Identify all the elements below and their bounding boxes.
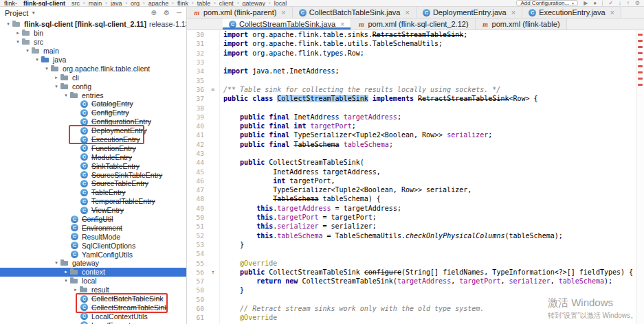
expand-arrow-icon[interactable]: ▾ bbox=[33, 57, 41, 62]
tree-item-localexecutor[interactable]: CLocalExecutor bbox=[0, 321, 186, 324]
tree-item-resultmode[interactable]: CResultMode bbox=[0, 232, 186, 241]
hide-panel-icon[interactable]: ─ bbox=[177, 8, 181, 19]
close-tab-icon[interactable]: × bbox=[340, 21, 344, 28]
tree-item-catalogentry[interactable]: CCatalogEntry bbox=[0, 100, 186, 108]
tree-item-main[interactable]: ▾main bbox=[0, 47, 186, 56]
code-line[interactable]: 52 this.tableSchema = TableSchemaUtils.c… bbox=[187, 231, 644, 240]
tree-item-localcontextutils[interactable]: CLocalContextUtils bbox=[0, 312, 186, 321]
code-line[interactable]: 56↑ public CollectStreamTableSink config… bbox=[187, 268, 644, 277]
doc-toggle-icon[interactable]: ≡ bbox=[208, 86, 219, 93]
tree-item-configurationentry[interactable]: CConfigurationEntry bbox=[0, 117, 186, 126]
locate-file-icon[interactable]: ⊕ bbox=[151, 8, 157, 19]
tab-deploymententry-java[interactable]: CDeploymentEntry.java× bbox=[417, 7, 522, 18]
tree-item-cli[interactable]: ▸cli bbox=[0, 73, 186, 82]
commit-icon[interactable]: ✓ bbox=[608, 0, 613, 7]
error-mark[interactable] bbox=[638, 58, 643, 60]
tree-item-result[interactable]: ▸result bbox=[0, 286, 186, 294]
breadcrumb-item-apache[interactable]: apache bbox=[148, 0, 169, 7]
code-line[interactable]: 31import org.apache.flink.table.utils.Ta… bbox=[187, 39, 644, 48]
code-line[interactable]: 50 this.targetPort = targetPort; bbox=[187, 213, 644, 222]
expand-arrow-icon[interactable]: ▸ bbox=[14, 30, 22, 36]
code-line[interactable]: 46 int targetPort, bbox=[187, 176, 644, 185]
tree-item-gateway[interactable]: ▾gateway bbox=[0, 259, 186, 268]
tree-item-bin[interactable]: ▸bin bbox=[0, 29, 186, 38]
code-line[interactable]: 55 @Override bbox=[187, 258, 644, 267]
code-line[interactable]: 37public class CollectStreamTableSink im… bbox=[187, 94, 644, 103]
panel-settings-icon[interactable]: ⚙ bbox=[164, 8, 170, 19]
tab-pom-xml-flink-sql-client-2-12[interactable]: mpom.xml (flink-sql-client_2.12) bbox=[351, 19, 475, 30]
breadcrumb-item-table[interactable]: table bbox=[197, 0, 211, 7]
code-line[interactable]: 58 } bbox=[187, 286, 644, 294]
tree-item-sqlclientoptions[interactable]: CSqlClientOptions bbox=[0, 241, 186, 250]
tab-pom-xml-flink-parent[interactable]: mpom.xml (flink-parent)× bbox=[187, 7, 293, 18]
code-line[interactable]: 35 bbox=[187, 76, 644, 84]
error-mark[interactable] bbox=[638, 65, 643, 67]
breadcrumb-item-main[interactable]: main bbox=[89, 0, 102, 7]
code-line[interactable]: 49 this.targetAddress = targetAddress; bbox=[187, 204, 644, 213]
error-mark[interactable] bbox=[638, 78, 643, 80]
code-line[interactable]: 44 public CollectStreamTableSink( bbox=[187, 158, 644, 167]
error-mark[interactable] bbox=[638, 84, 643, 86]
code-line[interactable]: 48 TableSchema tableSchema) { bbox=[187, 194, 644, 203]
tree-item-collectbatchtablesink[interactable]: CCollectBatchTableSink bbox=[0, 294, 186, 303]
tree-item-executionentry[interactable]: CExecutionEntry bbox=[0, 135, 186, 144]
tree-item-viewentry[interactable]: CViewEntry bbox=[0, 206, 186, 215]
code-line[interactable]: 45 InetAddress targetAddress, bbox=[187, 167, 644, 176]
tree-item-yamlconfigutils[interactable]: CYamlConfigUtils bbox=[0, 250, 186, 259]
code-line[interactable]: 53 } bbox=[187, 240, 644, 249]
tree-item-sinktableentry[interactable]: CSinkTableEntry bbox=[0, 161, 186, 170]
tree-item-config[interactable]: ▾config bbox=[0, 82, 186, 91]
code-line[interactable]: 30import org.apache.flink.table.sinks.Re… bbox=[187, 30, 644, 39]
expand-arrow-icon[interactable]: ▾ bbox=[23, 48, 32, 54]
expand-arrow-icon[interactable]: ▾ bbox=[62, 93, 70, 98]
push-icon[interactable]: ↑ bbox=[627, 0, 630, 7]
tree-item-entries[interactable]: ▾entries bbox=[0, 91, 186, 100]
code-line[interactable]: 34import java.net.InetAddress; bbox=[187, 67, 644, 76]
code-line[interactable]: 60 // Retract stream sinks work only wit… bbox=[187, 304, 644, 313]
tree-item-org-apache-flink-table-client[interactable]: ▾org.apache.flink.table.client bbox=[0, 64, 186, 73]
tree-item-sourcesinktableentry[interactable]: CSourceSinkTableEntry bbox=[0, 170, 186, 179]
tree-item-java[interactable]: ▾java bbox=[0, 56, 186, 65]
code-line[interactable]: 59 bbox=[187, 295, 644, 304]
chevron-down-icon[interactable]: ▼ bbox=[31, 10, 36, 15]
code-line[interactable]: 57 return new CollectStreamTableSink(tar… bbox=[187, 277, 644, 286]
error-mark[interactable] bbox=[638, 52, 643, 54]
breadcrumb-item-src[interactable]: src bbox=[71, 0, 80, 7]
breadcrumb-item-org[interactable]: org bbox=[131, 0, 140, 7]
tree-item-sourcetableentry[interactable]: CSourceTableEntry bbox=[0, 179, 186, 188]
tab-collectbatchtablesink-java[interactable]: CCollectBatchTableSink.java× bbox=[293, 7, 417, 18]
code-line[interactable]: 54 bbox=[187, 249, 644, 258]
tree-item-moduleentry[interactable]: CModuleEntry bbox=[0, 152, 186, 161]
expand-arrow-icon[interactable]: ▸ bbox=[62, 269, 70, 275]
close-tab-icon[interactable]: × bbox=[511, 9, 515, 16]
tree-item-environment[interactable]: CEnvironment bbox=[0, 223, 186, 232]
expand-arrow-icon[interactable]: ▾ bbox=[4, 21, 12, 27]
code-line[interactable]: 42 public final TableSchema tableSchema; bbox=[187, 140, 644, 149]
breadcrumb-item-flink[interactable]: flink bbox=[177, 0, 188, 7]
expand-arrow-icon[interactable]: ▾ bbox=[52, 260, 60, 266]
update-project-icon[interactable]: ↓ bbox=[619, 0, 621, 7]
tree-item-temporaltableentry[interactable]: CTemporalTableEntry bbox=[0, 197, 186, 206]
tree-item-configentry[interactable]: CConfigEntry bbox=[0, 108, 186, 117]
window-tab-flink-sql-client[interactable]: flink-sql-client bbox=[23, 0, 65, 7]
tree-item-configutil[interactable]: CConfigUtil bbox=[0, 215, 186, 224]
breadcrumb-item-client[interactable]: client bbox=[219, 0, 234, 7]
run-configuration-select[interactable]: Add Configuration... ▾ bbox=[516, 0, 578, 6]
tree-item-src[interactable]: ▾src bbox=[0, 38, 186, 47]
code-line[interactable]: 40 public final int targetPort; bbox=[187, 121, 644, 130]
code-line[interactable]: 39 public final InetAddress targetAddres… bbox=[187, 113, 644, 121]
tree-item-functionentry[interactable]: CFunctionEntry bbox=[0, 143, 186, 152]
expand-arrow-icon[interactable]: ▾ bbox=[62, 278, 70, 284]
window-tab-flink[interactable]: flink- bbox=[4, 0, 17, 7]
breadcrumb-item-local[interactable]: local bbox=[274, 0, 287, 7]
code-editor[interactable]: 30import org.apache.flink.table.sinks.Re… bbox=[187, 30, 644, 324]
code-line[interactable]: 43 bbox=[187, 149, 644, 158]
expand-arrow-icon[interactable]: ▸ bbox=[52, 75, 60, 80]
code-line[interactable]: 61 @Override bbox=[187, 313, 644, 322]
override-marker-icon[interactable]: ↑ bbox=[208, 269, 219, 275]
tab-pom-xml-flink-table[interactable]: mpom.xml (flink-table) bbox=[476, 19, 567, 30]
code-line[interactable]: 33 bbox=[187, 58, 644, 67]
tab-collectstreamtablesink-java[interactable]: CCollectStreamTableSink.java× bbox=[223, 19, 351, 30]
error-mark[interactable] bbox=[638, 71, 643, 73]
close-tab-icon[interactable]: × bbox=[405, 9, 409, 16]
